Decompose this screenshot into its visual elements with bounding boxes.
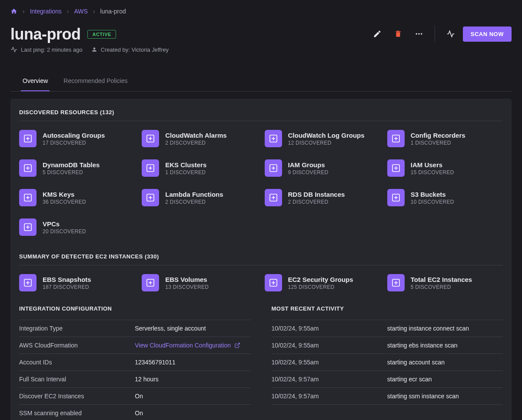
resource-dynamo[interactable]: DynamoDB Tables5 DISCOVERED bbox=[19, 159, 135, 177]
external-link-icon bbox=[234, 342, 240, 348]
resource-alarms[interactable]: CloudWatch Alarms2 DISCOVERED bbox=[142, 130, 257, 147]
config-value: On bbox=[135, 410, 143, 417]
resource-autoscaling[interactable]: Autoscaling Groups17 DISCOVERED bbox=[19, 130, 135, 147]
resource-vpc[interactable]: VPCs20 DISCOVERED bbox=[19, 218, 135, 236]
created-by: Created by: Victoria Jeffrey bbox=[101, 46, 169, 53]
cloudformation-link[interactable]: View CloudFormation Configuration bbox=[135, 342, 240, 349]
config-value: 123456791011 bbox=[135, 359, 175, 366]
resource-lambda[interactable]: Lambda Functions2 DISCOVERED bbox=[142, 189, 257, 206]
overview-panel: DISCOVERED RESOURCES (132) Autoscaling G… bbox=[10, 99, 512, 420]
config-key: Account IDs bbox=[19, 359, 135, 366]
activity-timestamp: 10/02/24, 9:57am bbox=[272, 376, 387, 383]
resource-name: Lambda Functions bbox=[165, 191, 223, 198]
resource-name: S3 Buckets bbox=[411, 191, 454, 198]
breadcrumb: › Integrations › AWS › luna-prod bbox=[0, 0, 522, 20]
resource-loggroups[interactable]: CloudWatch Log Groups12 DISCOVERED bbox=[265, 130, 380, 147]
volume-icon bbox=[142, 274, 159, 291]
user-icon bbox=[91, 46, 97, 53]
ec2-summary-section: SUMMARY OF DETECTED EC2 INSTANCES (330) … bbox=[19, 253, 503, 291]
activity-timestamp: 10/02/24, 9:55am bbox=[272, 342, 387, 349]
resource-count: 20 DISCOVERED bbox=[43, 228, 86, 235]
iamgroups-icon bbox=[265, 159, 282, 177]
resource-count: 2 DISCOVERED bbox=[288, 199, 345, 205]
resource-eks[interactable]: EKS Clusters1 DISCOVERED bbox=[142, 159, 257, 177]
edit-button[interactable] bbox=[369, 25, 386, 43]
activity-timestamp: 10/02/24, 9:57am bbox=[272, 393, 387, 400]
discovered-resources-section: DISCOVERED RESOURCES (132) Autoscaling G… bbox=[19, 109, 503, 236]
alarms-icon bbox=[142, 130, 159, 147]
config-row: Account IDs123456791011 bbox=[19, 354, 251, 371]
integration-config-section: INTEGRATION CONFIGURATION Integration Ty… bbox=[19, 305, 251, 420]
resource-secgroup[interactable]: EC2 Security Groups125 DISCOVERED bbox=[265, 274, 380, 291]
resource-count: 13 DISCOVERED bbox=[165, 284, 209, 290]
activity-message: starting ebs instance scan bbox=[387, 342, 503, 349]
resource-name: EBS Snapshots bbox=[43, 276, 91, 283]
config-heading: INTEGRATION CONFIGURATION bbox=[19, 305, 251, 312]
snapshot-icon bbox=[19, 274, 37, 291]
eks-icon bbox=[142, 159, 159, 177]
iamusers-icon bbox=[387, 159, 405, 177]
resource-name: IAM Groups bbox=[288, 161, 329, 169]
breadcrumb-sep: › bbox=[67, 8, 69, 15]
pulse-icon bbox=[10, 46, 17, 53]
resource-count: 187 DISCOVERED bbox=[43, 284, 91, 290]
activity-button[interactable] bbox=[442, 25, 459, 43]
tab-recommended-policies[interactable]: Recommended Policies bbox=[62, 77, 129, 91]
resource-count: 125 DISCOVERED bbox=[288, 284, 353, 290]
tabs: OverviewRecommended Policies bbox=[10, 63, 512, 92]
more-button[interactable] bbox=[410, 25, 428, 43]
activity-row: 10/02/24, 9:55amstarting ebs instance sc… bbox=[272, 337, 503, 354]
tab-overview[interactable]: Overview bbox=[21, 77, 50, 91]
resource-name: CloudWatch Log Groups bbox=[288, 132, 365, 139]
svg-point-0 bbox=[416, 33, 417, 34]
resource-ec2[interactable]: Total EC2 Instances5 DISCOVERED bbox=[387, 274, 503, 291]
config-icon bbox=[387, 130, 405, 147]
resource-rds[interactable]: RDS DB Instances2 DISCOVERED bbox=[265, 189, 380, 206]
page-title: luna-prod bbox=[10, 25, 80, 43]
page-header: luna-prod ACTIVE Last ping: 2 minutes ag… bbox=[0, 20, 522, 53]
lambda-icon bbox=[142, 189, 159, 206]
breadcrumb-aws[interactable]: AWS bbox=[74, 8, 88, 15]
svg-point-1 bbox=[418, 33, 419, 34]
resource-snapshot[interactable]: EBS Snapshots187 DISCOVERED bbox=[19, 274, 135, 291]
divider bbox=[435, 25, 435, 43]
resource-count: 1 DISCOVERED bbox=[411, 140, 465, 146]
config-row: Full Scan Interval12 hours bbox=[19, 371, 251, 388]
svg-point-2 bbox=[421, 33, 422, 34]
recent-activity-section: MOST RECENT ACTIVITY 10/02/24, 9:55amsta… bbox=[272, 305, 503, 420]
resource-count: 15 DISCOVERED bbox=[411, 169, 454, 175]
activity-timestamp: 10/02/24, 9:55am bbox=[272, 325, 387, 332]
divider bbox=[19, 265, 503, 265]
resource-kms[interactable]: KMS Keys36 DISCOVERED bbox=[19, 189, 135, 206]
scan-now-button[interactable]: SCAN NOW bbox=[463, 26, 512, 42]
breadcrumb-sep: › bbox=[23, 8, 25, 15]
resource-name: EC2 Security Groups bbox=[288, 276, 353, 283]
config-value: Serverless, single account bbox=[135, 325, 206, 332]
config-key: AWS CloudFormation bbox=[19, 342, 135, 349]
activity-row: 10/02/24, 9:57amstarting ecr scan bbox=[272, 371, 503, 388]
resource-iamgroups[interactable]: IAM Groups9 DISCOVERED bbox=[265, 159, 380, 177]
resource-count: 9 DISCOVERED bbox=[288, 169, 329, 175]
delete-button[interactable] bbox=[389, 25, 407, 43]
activity-message: starting instance connect scan bbox=[387, 325, 503, 332]
resource-count: 17 DISCOVERED bbox=[43, 140, 105, 146]
resource-config[interactable]: Config Recorders1 DISCOVERED bbox=[387, 130, 503, 147]
resource-volume[interactable]: EBS Volumes13 DISCOVERED bbox=[142, 274, 257, 291]
config-key: Integration Type bbox=[19, 325, 135, 332]
config-key: SSM scanning enabled bbox=[19, 410, 135, 417]
resource-count: 2 DISCOVERED bbox=[165, 199, 223, 205]
home-icon[interactable] bbox=[10, 8, 17, 15]
vpc-icon bbox=[19, 218, 37, 236]
last-ping: Last ping: 2 minutes ago bbox=[21, 46, 83, 53]
breadcrumb-current: luna-prod bbox=[100, 8, 126, 15]
resource-s3[interactable]: S3 Buckets10 DISCOVERED bbox=[387, 189, 503, 206]
divider bbox=[19, 121, 503, 121]
rds-icon bbox=[265, 189, 282, 206]
resource-count: 2 DISCOVERED bbox=[165, 140, 226, 146]
breadcrumb-integrations[interactable]: Integrations bbox=[30, 8, 62, 15]
resource-iamusers[interactable]: IAM Users15 DISCOVERED bbox=[387, 159, 503, 177]
resource-name: EBS Volumes bbox=[165, 276, 209, 283]
resource-name: KMS Keys bbox=[43, 191, 86, 198]
activity-message: starting ssm instance scan bbox=[387, 393, 503, 400]
activity-timestamp: 10/02/24, 9:55am bbox=[272, 359, 387, 366]
